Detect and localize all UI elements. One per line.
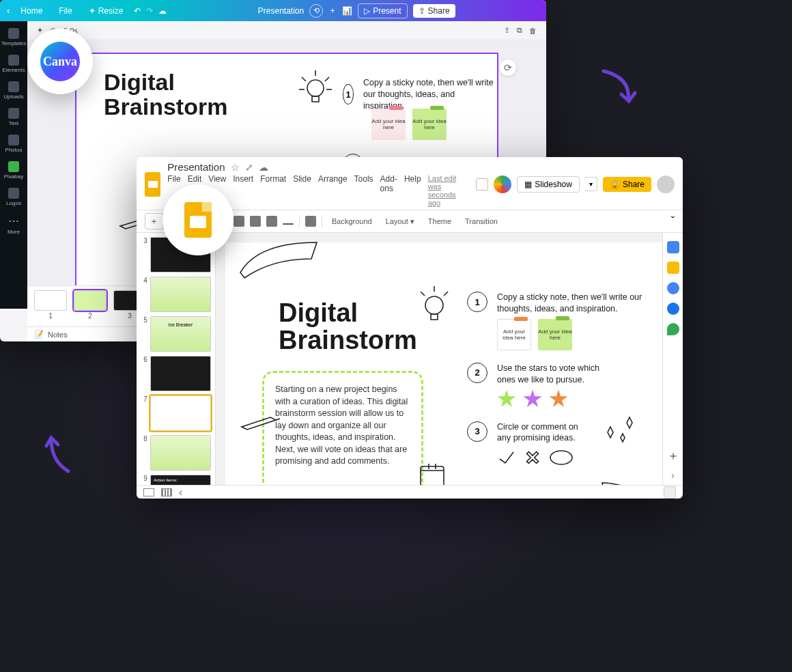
redo-icon[interactable]: ↷	[146, 6, 153, 16]
last-edit-text[interactable]: Last edit was seconds ago	[428, 174, 470, 207]
menu-format[interactable]: Format	[260, 174, 286, 207]
meet-icon[interactable]	[494, 176, 511, 193]
toolbar-expand-icon[interactable]: ˇ	[671, 215, 675, 227]
resize-button[interactable]: ✦ Resize	[83, 4, 129, 18]
sticky-note[interactable]: Add your idea here	[497, 319, 531, 350]
step-text[interactable]: Circle or comment on	[497, 421, 578, 433]
sidebar-uploads[interactable]: Uploads	[0, 79, 27, 102]
google-slides-logo-badge	[162, 184, 234, 255]
step-text[interactable]: any promising ideas.	[497, 432, 578, 444]
add-page-icon[interactable]: ＋	[328, 5, 337, 16]
share-button[interactable]: 🔒 Share	[603, 177, 651, 192]
background-button[interactable]: Background	[328, 216, 376, 227]
tape-doodle-icon	[238, 238, 320, 281]
file-menu[interactable]: File	[53, 4, 77, 18]
gs-thumbnail[interactable]: 6	[141, 356, 211, 391]
canva-logo-badge: Canva	[27, 29, 93, 94]
home-button[interactable]: Home	[15, 4, 48, 18]
sidebar-logos[interactable]: Logos	[0, 185, 27, 209]
gs-slide[interactable]: DigitalBrainstorm 1 Copy a sticky note, …	[225, 242, 662, 485]
svg-line-10	[421, 292, 425, 296]
explore-icon[interactable]	[664, 486, 676, 499]
menu-arrange[interactable]: Arrange	[318, 174, 348, 207]
sidebar-text[interactable]: Text	[0, 105, 27, 129]
sidebar-more[interactable]: ⋯More	[0, 212, 27, 238]
textbox-tool-icon[interactable]	[234, 216, 244, 227]
book-icon	[416, 461, 448, 485]
theme-button[interactable]: Theme	[424, 216, 455, 227]
cloud-status-icon: ☁	[259, 162, 268, 173]
menu-insert[interactable]: Insert	[233, 174, 253, 207]
maps-icon[interactable]	[667, 323, 679, 335]
comment-tool-icon[interactable]	[305, 216, 316, 227]
calendar-icon[interactable]	[667, 241, 679, 253]
checkmark-icon[interactable]	[497, 448, 516, 467]
comments-icon[interactable]	[476, 178, 488, 191]
sidebar-templates[interactable]: Templates	[0, 25, 27, 49]
line-tool-icon[interactable]	[283, 223, 294, 225]
add-addon-icon[interactable]: ＋	[667, 449, 679, 462]
step-text[interactable]: Copy a sticky note, then we'll write our…	[497, 292, 647, 315]
thumbnail[interactable]: 1	[34, 290, 67, 320]
scallop-textbox[interactable]: Starting on a new project begins with a …	[262, 371, 423, 485]
document-title[interactable]: Presentation	[258, 6, 304, 16]
move-icon[interactable]: ⤢	[245, 162, 253, 173]
gs-side-panel: ＋ ›	[662, 233, 683, 485]
gs-thumbnail[interactable]: 7	[141, 395, 211, 431]
sticky-note[interactable]: Add your idea here	[412, 109, 447, 140]
collapse-panel-icon[interactable]: ›	[671, 470, 675, 481]
star-icon[interactable]: ☆	[231, 162, 240, 173]
oval-icon[interactable]	[549, 449, 574, 466]
contacts-icon[interactable]	[667, 303, 679, 315]
keep-icon[interactable]	[667, 262, 679, 274]
thumbnail[interactable]: 2	[74, 290, 107, 320]
step-text[interactable]: Use the stars to vote which	[497, 363, 599, 374]
account-avatar[interactable]	[657, 176, 675, 193]
sticky-note[interactable]: Add your idea here	[371, 109, 406, 140]
gs-thumbnail[interactable]: 9Action Items:	[141, 475, 211, 485]
undo-icon[interactable]: ↶	[134, 6, 141, 16]
star-icon[interactable]	[497, 390, 516, 409]
share-button[interactable]: ⇪ Share	[413, 4, 455, 18]
menu-slide[interactable]: Slide	[293, 174, 311, 207]
star-icon[interactable]	[523, 390, 542, 409]
filmstrip-view-icon[interactable]	[143, 488, 154, 496]
slide-title[interactable]: DigitalBrainstorm	[279, 300, 417, 354]
sticky-note[interactable]: Add your idea here	[538, 319, 572, 350]
present-button[interactable]: ▷ Present	[358, 3, 407, 18]
chevron-left-icon[interactable]: ‹	[7, 5, 10, 16]
grid-view-icon[interactable]	[161, 488, 172, 496]
step-text[interactable]: ones we like to pursue.	[497, 374, 599, 386]
gs-canvas[interactable]: DigitalBrainstorm 1 Copy a sticky note, …	[216, 233, 662, 485]
sidebar-elements[interactable]: Elements	[0, 52, 27, 76]
analytics-icon[interactable]: 📊	[342, 6, 352, 16]
templates-icon	[8, 28, 19, 39]
transition-button[interactable]: Transition	[461, 216, 502, 227]
menu-help[interactable]: Help	[404, 174, 421, 207]
export-icon[interactable]: ⇪	[504, 26, 510, 35]
autoplay-indicator[interactable]: ⟲	[309, 4, 323, 18]
gs-thumbnail[interactable]: 8	[141, 435, 211, 471]
notes-icon: 📝	[34, 330, 44, 339]
refresh-badge-icon[interactable]: ⟳	[500, 59, 516, 76]
shape-tool-icon[interactable]	[266, 216, 277, 227]
gs-document-title[interactable]: Presentation	[167, 161, 225, 173]
sidebar-photos[interactable]: Photos	[0, 132, 27, 156]
slideshow-button[interactable]: ▦ Slideshow	[517, 176, 580, 193]
gs-thumbnail[interactable]: 4	[141, 277, 211, 312]
slideshow-dropdown[interactable]: ▾	[585, 177, 597, 191]
tasks-icon[interactable]	[667, 282, 679, 294]
collapse-icon[interactable]: ‹	[179, 486, 182, 499]
layout-button[interactable]: Layout ▾	[382, 216, 419, 227]
duplicate-icon[interactable]: ⧉	[517, 26, 522, 35]
delete-icon[interactable]: 🗑	[529, 27, 537, 35]
svg-line-4	[325, 77, 329, 81]
cross-icon[interactable]	[523, 448, 542, 467]
menu-tools[interactable]: Tools	[354, 174, 373, 207]
gs-thumbnail[interactable]: 5Ice Breaker	[141, 316, 211, 352]
image-tool-icon[interactable]	[250, 216, 261, 227]
star-icon[interactable]	[549, 390, 568, 409]
menu-addons[interactable]: Add-ons	[380, 174, 397, 207]
google-slides-logo	[184, 202, 212, 238]
sidebar-pixabay[interactable]: Pixabay	[0, 158, 27, 182]
